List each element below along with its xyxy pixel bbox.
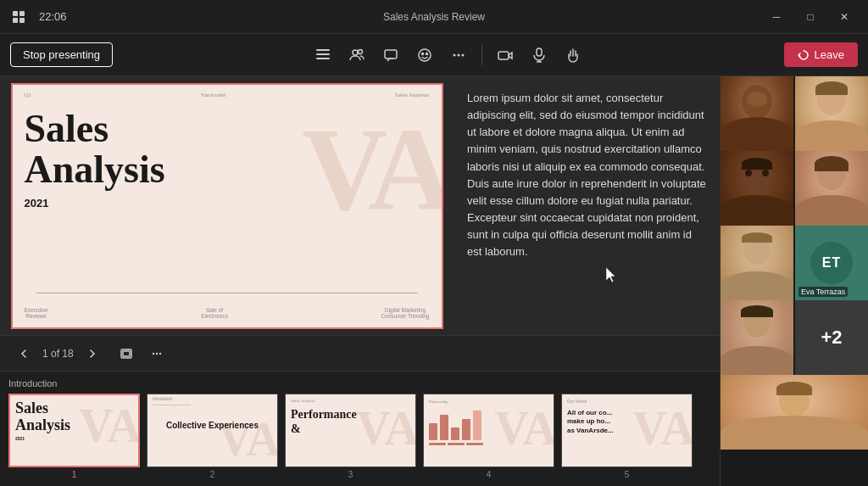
- participants-panel: Serena Davis Reta Taylor: [720, 76, 868, 486]
- more-actions-button[interactable]: [444, 41, 473, 70]
- participant-avatar-ray: [721, 151, 793, 226]
- maximize-button[interactable]: □: [793, 4, 827, 30]
- speaker-notes: Lorem ipsum dolor sit amet, consectetur …: [453, 76, 720, 335]
- svg-rect-5: [316, 53, 330, 55]
- participant-plus-more[interactable]: +2: [795, 300, 868, 375]
- main-slide: Q1 VanArsdel Sales Analysis Sales Analys…: [11, 83, 443, 329]
- svg-point-22: [153, 352, 154, 354]
- participant-reta-taylor[interactable]: Reta Taylor: [795, 76, 868, 151]
- leave-label: Leave: [815, 48, 844, 61]
- thumbnail-5-number: 5: [625, 470, 630, 479]
- slide-and-notes: Q1 VanArsdel Sales Analysis Sales Analys…: [0, 76, 720, 335]
- svg-rect-3: [19, 18, 25, 23]
- reactions-button[interactable]: [410, 41, 439, 70]
- svg-rect-1: [19, 11, 25, 16]
- thumb2-content: Introduction ——————————: [147, 394, 277, 416]
- toolbar-right: Leave: [784, 42, 858, 67]
- participant-serena-davis[interactable]: Serena Davis: [721, 76, 793, 151]
- thumbnail-2-number: 2: [210, 470, 215, 479]
- participants-list-button[interactable]: [309, 41, 337, 70]
- svg-point-14: [458, 53, 460, 56]
- thumbnail-section-label: Introduction: [8, 378, 711, 388]
- participant-danielle-booker[interactable]: Danielle Booker: [795, 151, 868, 226]
- svg-point-24: [159, 352, 161, 354]
- participant-avatar-serena: [721, 76, 793, 151]
- participant-bottom-lady[interactable]: [721, 375, 868, 450]
- participant-avatar-bottom: [721, 375, 868, 450]
- leave-button[interactable]: Leave: [784, 42, 858, 67]
- thumbnail-4-image: VA Partnership: [423, 394, 554, 467]
- slide-divider: [36, 293, 418, 293]
- svg-point-23: [156, 352, 158, 354]
- thumb1-watermark: VA: [79, 402, 140, 450]
- chat-button[interactable]: [376, 41, 405, 70]
- minimize-button[interactable]: ─: [760, 4, 793, 30]
- thumbnail-strip: Introduction VA SalesAnalysis 2021 1: [0, 371, 720, 486]
- raise-hand-button[interactable]: [559, 41, 587, 70]
- slide-container[interactable]: Q1 VanArsdel Sales Analysis Sales Analys…: [0, 76, 453, 335]
- thumbnail-3-number: 3: [348, 470, 353, 479]
- thumb4-chart: [429, 411, 483, 440]
- participant-plus-count: +2: [821, 327, 842, 349]
- svg-point-15: [462, 53, 465, 56]
- fit-slide-button[interactable]: [114, 342, 138, 366]
- stop-presenting-button[interactable]: Stop presenting: [10, 42, 113, 67]
- participant-avatar-pete: [721, 226, 793, 300]
- toolbar-center: [309, 41, 587, 70]
- slide-footer: Executive Reviews Sale of Electronics Di…: [25, 307, 430, 319]
- main-area: Q1 VanArsdel Sales Analysis Sales Analys…: [0, 76, 868, 486]
- svg-point-8: [359, 49, 363, 53]
- more-slide-options-button[interactable]: [145, 342, 169, 366]
- toolbar: Stop presenting: [0, 34, 868, 76]
- people-button[interactable]: [342, 41, 371, 70]
- thumbnail-4-number: 4: [487, 470, 492, 479]
- grid-icon[interactable]: [7, 5, 31, 29]
- close-button[interactable]: ✕: [827, 4, 861, 30]
- thumbnail-2[interactable]: VA Introduction —————————— Collective Ex…: [147, 394, 278, 479]
- slide-header-right: Sales Analysis: [395, 92, 430, 98]
- participant-pete-turner[interactable]: Pete Turner: [721, 226, 793, 300]
- thumbnail-1-image: VA SalesAnalysis 2021: [8, 394, 140, 467]
- participant-eva-terrazas[interactable]: ET Eva Terrazas: [795, 226, 868, 300]
- slide-count: 1 of 18: [42, 348, 74, 360]
- camera-button[interactable]: [491, 41, 520, 70]
- svg-rect-17: [537, 48, 542, 56]
- prev-slide-button[interactable]: [12, 342, 36, 366]
- participant-avatar-reta: [795, 76, 868, 151]
- participant-row-3: Pete Turner ET Eva Terrazas: [721, 226, 868, 300]
- thumbnail-5[interactable]: VA Our Vision All of our co...make up ho…: [561, 394, 693, 479]
- svg-rect-2: [13, 18, 18, 23]
- svg-point-11: [422, 53, 424, 54]
- footer-item-3: Digital Marketing Consumer Trending: [381, 307, 429, 319]
- footer-item-2: Sale of Electronics: [201, 307, 228, 319]
- window-controls: ─ □ ✕: [760, 4, 861, 30]
- svg-rect-21: [123, 351, 130, 356]
- time-display: 22:06: [39, 10, 67, 23]
- participant-avatar-kayo: [721, 300, 793, 375]
- thumb3-title: Performance&: [286, 403, 362, 437]
- participant-ray-tanaka[interactable]: Ray Tanaka: [721, 151, 793, 226]
- microphone-button[interactable]: [525, 41, 554, 70]
- thumbnail-3-image: VA Sales Analysis Performance&: [285, 394, 416, 467]
- thumbnail-4[interactable]: VA Partnership: [423, 394, 554, 479]
- svg-rect-9: [385, 50, 397, 59]
- svg-point-7: [353, 50, 358, 55]
- next-slide-button[interactable]: [81, 342, 104, 366]
- thumbnail-1[interactable]: VA SalesAnalysis 2021 1: [8, 394, 140, 479]
- thumb2-title: Collective Experiences: [166, 421, 259, 430]
- thumb1-title: SalesAnalysis: [10, 395, 75, 434]
- svg-point-12: [426, 53, 428, 54]
- thumb5-watermark: VA: [632, 401, 693, 455]
- slide-header-center: VanArsdel: [201, 92, 226, 98]
- participant-kayo-miwa[interactable]: Kayo Miwa: [721, 300, 793, 375]
- title-bar: 22:06 Sales Analysis Review ─ □ ✕: [0, 0, 868, 34]
- thumb3-watermark: VA: [356, 401, 416, 455]
- thumbnails: VA SalesAnalysis 2021 1 VA Int: [8, 394, 711, 479]
- slide-watermark: VA: [302, 110, 442, 229]
- slide-header-left: Q1: [25, 92, 32, 98]
- svg-point-13: [453, 53, 456, 56]
- svg-rect-6: [316, 58, 330, 59]
- thumb4-watermark: VA: [494, 401, 554, 455]
- thumbnail-3[interactable]: VA Sales Analysis Performance& 3: [285, 394, 416, 479]
- titlebar-left: 22:06: [7, 5, 67, 29]
